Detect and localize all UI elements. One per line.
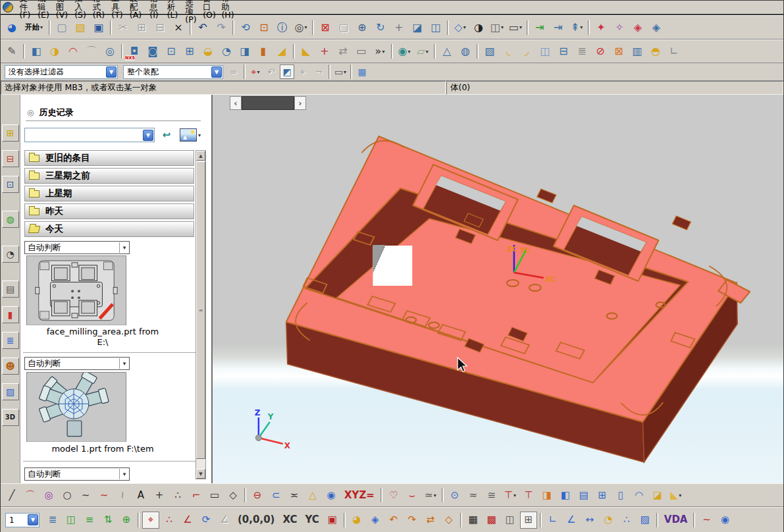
text-curve-button[interactable]: A <box>132 487 149 504</box>
studio-spline-button[interactable]: ∼ <box>95 487 113 504</box>
move-to-layer-button[interactable]: ≡ <box>81 512 98 529</box>
hyperbola-button[interactable]: ≍ <box>286 487 303 504</box>
face-analysis-button[interactable]: ◉ <box>716 512 733 529</box>
wcs-rotate-button[interactable]: ⟳ <box>197 512 215 529</box>
history-back-button[interactable]: ↩ <box>159 128 174 142</box>
rotate-left-view-button[interactable]: ↶ <box>385 512 402 529</box>
delete-button[interactable]: × <box>170 19 187 36</box>
tools-menu[interactable]: 工具(T) <box>109 0 126 16</box>
redo-button[interactable]: ↷ <box>213 19 230 36</box>
wcs-align-xc-button[interactable]: XC <box>279 512 300 529</box>
marquee-style-button[interactable]: ▭▾ <box>333 65 348 79</box>
helix-button[interactable]: ◉ <box>323 487 340 504</box>
selection-filter-combo[interactable]: 没有选择过滤器 ▼ <box>5 65 118 79</box>
zoom-box-button[interactable]: ▢ <box>335 19 352 36</box>
history-thumbnail-2[interactable] <box>26 372 126 442</box>
hole-button[interactable]: ◘NX5 <box>126 43 143 60</box>
offset-curve-button[interactable]: ♡ <box>385 487 402 504</box>
visualization-tab[interactable]: ≣ <box>2 332 19 349</box>
chevron-down-icon[interactable]: ▼ <box>211 66 222 78</box>
web-browser-tab[interactable]: ◍ <box>2 211 19 228</box>
ellipse-button[interactable]: ⊖ <box>249 487 266 504</box>
extract-curve-button[interactable]: ◨ <box>538 487 556 504</box>
scrollbar-thumb[interactable]: ≡ <box>196 161 205 459</box>
pane-slider-left-icon[interactable]: ‹ <box>230 96 242 110</box>
draft-button[interactable]: ◢ <box>273 43 290 60</box>
constraint-navigator-tab[interactable]: ⊟ <box>2 150 19 167</box>
measure-faces-button[interactable]: ▨ <box>637 512 654 529</box>
copy-button[interactable]: ⊞ <box>133 19 150 36</box>
chevron-down-icon[interactable]: ▼ <box>143 130 153 141</box>
datum-plane-button[interactable]: ◣ <box>298 43 315 60</box>
rotate-object-button[interactable]: ⟲ <box>237 19 254 36</box>
wcs-dynamics-button[interactable]: ⌖ <box>142 512 159 529</box>
edit-display-settings-button[interactable]: ✧ <box>611 19 628 36</box>
offset-in-face-button[interactable]: ▯ <box>612 487 629 504</box>
cut-button[interactable]: ✂ <box>115 19 132 36</box>
wrap-unwrap-button[interactable]: ◠ <box>631 487 648 504</box>
assemblies-menu[interactable]: 装配(A) <box>127 0 144 16</box>
layer-category-button[interactable]: ⊕ <box>118 512 135 529</box>
conic-button[interactable]: ⊂ <box>267 487 284 504</box>
history-tab[interactable]: ◔ <box>2 246 19 263</box>
simplify-curve-button[interactable]: ≃▾ <box>422 487 439 504</box>
graphics-window[interactable]: ZC YC XC Z Y X <box>213 95 783 483</box>
measure-bodies-button[interactable]: ◔ <box>600 512 617 529</box>
flip-view-button[interactable]: ⇄ <box>422 512 439 529</box>
start-menu-button[interactable]: 开始▾ <box>22 19 46 36</box>
shaded-view-button[interactable]: ◑ <box>470 19 487 36</box>
measure-points-button[interactable]: ∴ <box>618 512 635 529</box>
reflection-pattern-button[interactable]: ▩ <box>483 512 500 529</box>
view-section-button[interactable]: ◫▾ <box>488 19 506 36</box>
pane-slider-right-icon[interactable]: › <box>294 96 306 110</box>
extract-virtual-curve-button[interactable]: ◧ <box>557 487 574 504</box>
edit-object-display-button[interactable]: ✦ <box>592 19 610 36</box>
history-folder[interactable]: 昨天 <box>24 203 194 219</box>
plane-button[interactable]: ▱▾ <box>414 43 431 60</box>
palettes-tab[interactable]: ▤ <box>2 280 19 298</box>
help-menu[interactable]: 帮助(H) <box>219 0 236 16</box>
display-mode-button[interactable]: ▭▾ <box>507 19 524 36</box>
swept-button[interactable]: ⌒ <box>83 43 100 60</box>
pin-icon[interactable]: ◎ <box>27 108 34 117</box>
emboss-button[interactable]: ◔ <box>218 43 235 60</box>
mirror-feature-button[interactable]: ⊠ <box>610 43 627 60</box>
curve-analysis-button[interactable]: ∼ <box>698 512 715 529</box>
perspective-button[interactable]: ◪ <box>409 19 426 36</box>
patch-button[interactable]: ∟ <box>666 43 683 60</box>
analysis-menu[interactable]: 分析(L) <box>164 0 181 16</box>
history-thumbnail-1[interactable] <box>26 255 126 325</box>
information-button[interactable]: ⓘ <box>274 19 291 36</box>
zoom-button[interactable]: ⊕ <box>353 19 371 36</box>
join-curve-button[interactable]: ◪ <box>649 487 666 504</box>
sew-button[interactable]: ◓ <box>647 43 664 60</box>
chevron-down-icon[interactable]: ▼ <box>106 66 117 78</box>
chevron-down-icon[interactable]: ▼ <box>28 514 38 525</box>
section-curve-button[interactable]: ⊤ <box>520 487 537 504</box>
pattern-feature-button[interactable]: ▥ <box>629 43 646 60</box>
solid-body[interactable] <box>286 136 750 462</box>
new-button[interactable]: ▢ <box>53 19 70 36</box>
history-filter-combo-3[interactable]: 自动判断 ▾ <box>24 467 130 481</box>
resize-window-button[interactable]: ⊡ <box>255 19 273 36</box>
datum-plane-red-button[interactable]: ◈ <box>629 19 646 36</box>
preview-image-button[interactable] <box>180 128 197 142</box>
edit-menu[interactable]: 编辑(E) <box>35 0 52 16</box>
dome-button[interactable]: ◒ <box>199 43 217 60</box>
pane-slider[interactable]: ‹ › <box>230 96 306 110</box>
immediate-hide-button[interactable]: ⇥ <box>550 19 567 36</box>
corner-button[interactable]: ⌐ <box>188 487 205 504</box>
wcs-constructor-button[interactable]: ∴ <box>161 512 178 529</box>
copy-to-layer-button[interactable]: ⇅ <box>99 512 117 529</box>
history-folder[interactable]: 上星期 <box>24 186 194 201</box>
undo-selection-button[interactable]: ↶ <box>264 65 278 79</box>
history-folder[interactable]: 三星期之前 <box>24 168 194 184</box>
select-point-button[interactable]: ⌖ <box>296 65 310 79</box>
wcs-align-yc-button[interactable]: YC <box>301 512 322 529</box>
datum-plane-blue-button[interactable]: ◈ <box>648 19 665 36</box>
orient-view-button[interactable]: ◈ <box>367 512 384 529</box>
window-menu[interactable]: 窗口(O) <box>201 0 218 16</box>
measure-angle-button[interactable]: ∠ <box>563 512 580 529</box>
scroll-up-icon[interactable]: ▲ <box>196 151 205 161</box>
trim-sheet-button[interactable]: ◫ <box>536 43 554 60</box>
